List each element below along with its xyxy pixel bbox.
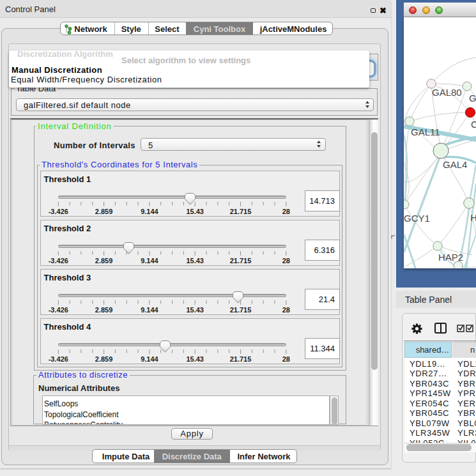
svg-text:GCY1: GCY1 — [404, 213, 430, 224]
svg-text:GA: GA — [469, 93, 476, 104]
svg-text:GAL4: GAL4 — [443, 159, 467, 170]
svg-text:GAL80: GAL80 — [432, 87, 462, 98]
svg-text:HAP2: HAP2 — [438, 252, 463, 263]
svg-text:C: C — [471, 119, 476, 130]
svg-text:GAL11: GAL11 — [411, 127, 440, 137]
svg-text:H: H — [470, 212, 476, 223]
